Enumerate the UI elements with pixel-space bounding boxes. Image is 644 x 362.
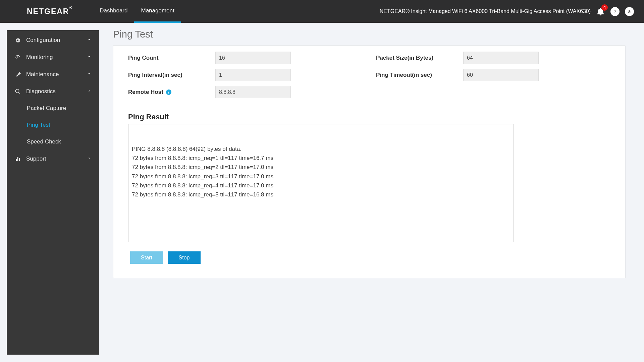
sidebar-label: Maintenance: [26, 71, 59, 78]
sidebar-label: Support: [26, 156, 46, 162]
tab-management[interactable]: Management: [134, 0, 181, 23]
remote-host-input[interactable]: [215, 86, 291, 98]
chevron-down-icon: [87, 156, 92, 162]
label-ping-interval: Ping Interval(in sec): [128, 72, 215, 78]
ping-result-output[interactable]: [128, 124, 514, 242]
label-ping-timeout: Ping Timeout(in sec): [376, 72, 463, 78]
product-name: NETGEAR® Insight Managed WiFi 6 AX6000 T…: [380, 8, 591, 14]
notification-count-badge: 4: [601, 4, 608, 11]
chevron-down-icon: [87, 54, 92, 61]
sidebar-item-maintenance[interactable]: Maintenance: [7, 66, 99, 83]
chevron-down-icon: [87, 37, 92, 44]
sidebar-subitem-ping-test[interactable]: Ping Test: [7, 117, 99, 133]
chevron-up-icon: [87, 88, 92, 95]
label-remote-host: Remote Host i: [128, 89, 215, 96]
sidebar-subitem-speed-check[interactable]: Speed Check: [7, 133, 99, 150]
top-bar: NETGEAR® Dashboard Management NETGEAR® I…: [0, 0, 644, 23]
ping-test-panel: Ping Count Packet Size(in Bytes) Ping In…: [113, 45, 626, 278]
dashboard-icon: [15, 54, 21, 60]
help-button[interactable]: ?: [610, 7, 620, 16]
label-ping-count: Ping Count: [128, 55, 215, 61]
ping-interval-input[interactable]: [215, 69, 291, 81]
ping-count-input[interactable]: [215, 52, 291, 64]
ping-result-heading: Ping Result: [128, 113, 610, 121]
stop-button[interactable]: Stop: [168, 251, 201, 264]
sidebar-item-configuration[interactable]: Configuration: [7, 32, 99, 49]
sidebar-item-monitoring[interactable]: Monitoring: [7, 49, 99, 66]
sidebar-subitem-packet-capture[interactable]: Packet Capture: [7, 100, 99, 117]
gear-icon: [15, 37, 21, 43]
sidebar-label: Configuration: [26, 37, 60, 44]
chevron-down-icon: [87, 71, 92, 78]
sidebar: Configuration Monitoring Maintenance: [7, 30, 99, 355]
sidebar-item-diagnostics[interactable]: Diagnostics: [7, 83, 99, 100]
info-icon[interactable]: i: [166, 89, 171, 95]
tab-dashboard[interactable]: Dashboard: [93, 0, 134, 23]
sidebar-label: Monitoring: [26, 54, 53, 61]
search-icon: [15, 88, 21, 95]
page-title: Ping Test: [113, 29, 626, 40]
support-icon: [15, 156, 21, 162]
start-button[interactable]: Start: [130, 251, 163, 264]
ping-timeout-input[interactable]: [463, 69, 539, 81]
wrench-icon: [15, 71, 21, 77]
notifications-button[interactable]: 4: [596, 7, 605, 16]
label-packet-size: Packet Size(in Bytes): [376, 55, 463, 61]
sidebar-item-support[interactable]: Support: [7, 150, 99, 167]
brand-logo: NETGEAR®: [27, 7, 73, 16]
sidebar-label: Diagnostics: [26, 88, 56, 95]
user-avatar[interactable]: a: [625, 7, 634, 16]
primary-nav: Dashboard Management: [93, 0, 181, 23]
main-content: Ping Test Ping Count Packet Size(in Byte…: [99, 23, 644, 362]
packet-size-input[interactable]: [463, 52, 539, 64]
